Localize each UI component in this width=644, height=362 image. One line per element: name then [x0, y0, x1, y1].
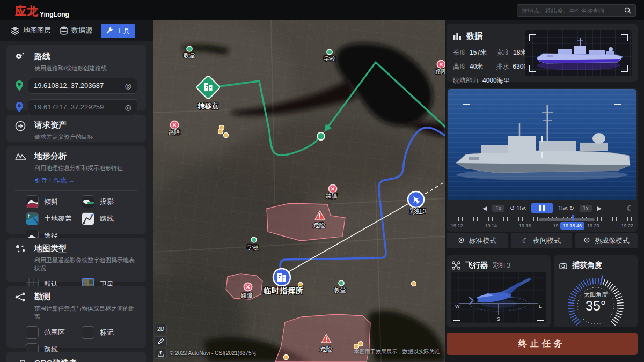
terminate-mission-button[interactable]: 终止任务	[447, 333, 638, 355]
poi-yellow[interactable]	[358, 342, 363, 346]
terrain-tool-route[interactable]: 路线	[82, 212, 137, 225]
request-asset-card[interactable]: 请求资产 请求并定义资产的目标	[6, 115, 146, 142]
terrain-card: 地形分析 利用地理信息分析和揭示地形特征 引导工作流 → 倾斜 投影 土地覆盖 …	[6, 146, 146, 234]
svg-text:学校: 学校	[247, 244, 259, 250]
bar-chart-icon	[453, 33, 462, 40]
sun-angle-gauge: 太阳角度 35°	[554, 270, 638, 326]
left-sidebar: 路线 使用道路和/或地形创建路线 19.610812, 37.203687 ◎ …	[0, 41, 153, 362]
mode-night-button[interactable]: ☾ 夜间模式	[511, 233, 572, 248]
locate-start-icon[interactable]: ◎	[125, 82, 131, 90]
terrain-tool-slope[interactable]: 倾斜	[26, 195, 82, 208]
pause-button[interactable]	[531, 203, 553, 213]
video-controls: ◀ 1x ↺ 15s 15s ↻ 1x ▶ ☾	[447, 202, 638, 215]
poi-school-1[interactable]	[327, 49, 332, 55]
survey-subtitle: 范围计算任意点与物体或目标之间的距离	[34, 305, 137, 321]
warship-silhouette	[448, 89, 636, 200]
arrow-circle-icon	[15, 120, 28, 141]
map-export-button[interactable]	[155, 349, 167, 359]
speed-forward-chip[interactable]: 1x	[580, 205, 592, 212]
svg-text:教堂: 教堂	[184, 52, 195, 58]
roadblock-marker[interactable]	[171, 121, 179, 129]
mode-thermal-button[interactable]: 热成像模式	[575, 233, 638, 248]
top-bar: 应龙 YingLong	[0, 0, 644, 20]
map-viewport[interactable]: 教堂 学校 转移点 路障 路障 路障 危险 学校 路障 教堂 危险 临时指挥所 …	[152, 20, 445, 362]
survey-marker[interactable]: 标记	[82, 326, 137, 339]
command-post-marker[interactable]	[273, 269, 290, 286]
terrain-tool-projection[interactable]: 投影	[82, 195, 137, 208]
tab-map-layers[interactable]: 地图图层	[11, 20, 51, 41]
route2-label: 路线	[100, 214, 114, 224]
terrain-tool-landcover[interactable]: 土地覆盖	[26, 212, 82, 225]
capture-angle-title: 捕获角度	[572, 261, 602, 270]
search-input[interactable]	[522, 8, 624, 14]
svg-text:彩虹3: 彩虹3	[409, 208, 427, 215]
share-nodes-icon	[15, 292, 28, 321]
map-type-subtitle: 利用卫星遥感影像或数字地图揭示地表状况	[34, 256, 137, 272]
poi-school-2[interactable]	[251, 237, 257, 242]
skip-forward-icon[interactable]: ▶	[597, 205, 602, 212]
locate-end-icon[interactable]: ◎	[125, 103, 131, 112]
drone-marker[interactable]	[408, 191, 424, 208]
tab-data-source-label: 数据源	[71, 26, 92, 35]
landcover-thumb-icon	[26, 212, 39, 225]
map-2d-toggle[interactable]: 2D	[155, 324, 167, 334]
route-subtitle: 使用道路和/或地形创建路线	[34, 64, 107, 72]
timeline-playhead[interactable]	[572, 215, 574, 221]
roadblock-marker[interactable]	[329, 185, 337, 193]
request-asset-title: 请求资产	[34, 120, 93, 130]
drone-3d-view: W E S	[451, 272, 546, 323]
survey-title: 勘测	[34, 292, 137, 302]
search-icon[interactable]	[624, 7, 631, 14]
route-start-input[interactable]: 19.610812, 37.203687 ◎	[28, 78, 137, 94]
night-toggle-icon[interactable]: ☾	[626, 204, 633, 212]
mode-standard-button[interactable]: 标准模式	[447, 233, 508, 248]
terrain-title: 地形分析	[34, 151, 123, 161]
range-area-thumb	[26, 326, 39, 339]
svg-text:危险: 危险	[313, 222, 325, 228]
waypoint-dot[interactable]	[317, 132, 325, 140]
route-end-input[interactable]: 19.617217, 37.229259 ◎	[28, 99, 137, 115]
tab-tools[interactable]: 工具	[101, 24, 135, 38]
map-draw-button[interactable]	[155, 336, 167, 346]
route-end-value: 19.617217, 37.229259	[34, 103, 104, 111]
data-title: 数据	[466, 31, 482, 41]
poi-church-1[interactable]	[187, 46, 192, 51]
poi-yellow[interactable]	[412, 282, 416, 286]
poi-yellow[interactable]	[284, 355, 289, 360]
timeline-loaded-track[interactable]	[539, 218, 595, 221]
database-icon	[60, 26, 68, 35]
drone-card-title: 飞行器	[465, 261, 488, 270]
logo-en: YingLong	[40, 11, 69, 18]
moon-icon: ☾	[522, 237, 529, 245]
global-search[interactable]	[517, 4, 636, 17]
svg-text:路障: 路障	[435, 68, 445, 75]
svg-text:路障: 路障	[169, 129, 180, 135]
svg-text:路障: 路障	[241, 292, 253, 299]
pencil-icon	[158, 338, 164, 344]
roadblock-marker[interactable]	[437, 61, 445, 69]
svg-text:转移点: 转移点	[197, 102, 219, 110]
projection-thumb-icon	[82, 195, 94, 208]
video-feed[interactable]	[448, 89, 636, 200]
roadblock-marker[interactable]	[244, 283, 252, 291]
map-type-card: 地图类型 利用卫星遥感影像或数字地图揭示地表状况 默认 卫星	[6, 238, 146, 282]
svg-text:危险: 危险	[320, 346, 332, 352]
speed-back-chip[interactable]: 1x	[492, 205, 504, 212]
poi-church-2[interactable]	[339, 280, 344, 286]
poi-yellow[interactable]	[218, 129, 223, 134]
forward-15s-button[interactable]: 15s ↻	[558, 205, 574, 212]
rewind-15s-button[interactable]: ↺ 15s	[510, 205, 526, 212]
tab-data-source[interactable]: 数据源	[60, 20, 92, 41]
thermal-cam-icon	[583, 237, 590, 244]
skip-back-icon[interactable]: ◀	[482, 205, 487, 212]
landcover-label: 土地覆盖	[44, 214, 72, 224]
ship-3d-view	[525, 30, 632, 76]
route-title: 路线	[34, 51, 107, 62]
timeline-times: 19:1219:1419:16 19:1819:2019:22	[451, 223, 633, 228]
guided-workflow-link[interactable]: 引导工作流 →	[34, 176, 75, 185]
grg-card[interactable]: GRG建造者	[6, 352, 146, 362]
start-pin-icon	[15, 80, 24, 91]
logo-zh: 应龙	[15, 4, 39, 19]
poi-yellow[interactable]	[224, 133, 229, 138]
survey-range-area[interactable]: 范围区	[26, 326, 82, 339]
